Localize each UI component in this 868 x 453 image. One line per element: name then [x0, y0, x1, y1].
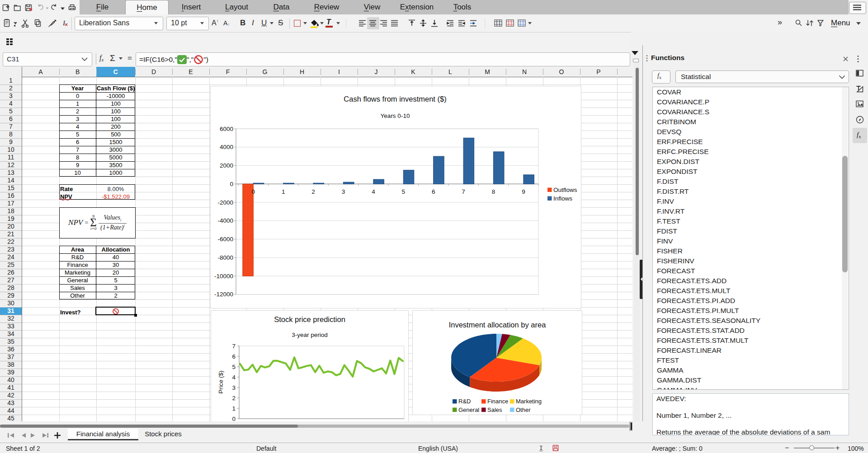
svg-text:2: 2	[311, 188, 315, 195]
svg-text:General: General	[458, 406, 479, 413]
svg-text:-8000: -8000	[217, 254, 233, 261]
svg-text:-12000: -12000	[214, 291, 233, 298]
svg-text:1: 1	[282, 188, 285, 195]
svg-text:8: 8	[492, 188, 495, 195]
svg-text:2000: 2000	[220, 162, 233, 169]
svg-text:3-year period: 3-year period	[292, 332, 328, 338]
svg-text:3: 3	[232, 384, 236, 391]
svg-text:4: 4	[372, 188, 375, 195]
svg-text:0: 0	[230, 181, 233, 187]
svg-text:4000: 4000	[220, 144, 233, 150]
svg-text:6: 6	[232, 353, 236, 360]
svg-text:Price ($): Price ($)	[217, 370, 224, 393]
svg-text:Investment allocation by area: Investment allocation by area	[449, 321, 546, 329]
svg-text:6: 6	[432, 188, 435, 195]
svg-text:Outflows: Outflows	[553, 187, 577, 193]
svg-text:Inflows: Inflows	[553, 195, 572, 202]
svg-text:Marketing: Marketing	[516, 398, 542, 405]
svg-text:5: 5	[402, 188, 406, 195]
svg-text:-4000: -4000	[217, 217, 233, 224]
svg-text:9: 9	[522, 188, 525, 195]
svg-text:Cash flows from investment ($): Cash flows from investment ($)	[344, 95, 446, 103]
svg-text:-6000: -6000	[217, 236, 233, 243]
svg-text:0: 0	[252, 188, 255, 195]
svg-text:Stock price prediction: Stock price prediction	[274, 315, 345, 323]
svg-text:Sales: Sales	[487, 406, 502, 413]
svg-text:7: 7	[462, 188, 465, 195]
svg-text:7: 7	[232, 343, 236, 350]
svg-text:2: 2	[232, 395, 236, 402]
svg-text:1: 1	[232, 405, 236, 412]
svg-text:6000: 6000	[220, 126, 233, 132]
svg-text:-10000: -10000	[214, 273, 233, 280]
svg-text:Other: Other	[516, 406, 531, 413]
svg-text:Years 0-10: Years 0-10	[381, 112, 410, 119]
svg-text:Finance: Finance	[487, 398, 508, 405]
svg-text:4: 4	[232, 374, 236, 381]
svg-text:R&D: R&D	[458, 398, 471, 405]
svg-text:3: 3	[342, 188, 345, 195]
svg-text:5: 5	[232, 364, 236, 370]
svg-text:-2000: -2000	[217, 199, 233, 206]
